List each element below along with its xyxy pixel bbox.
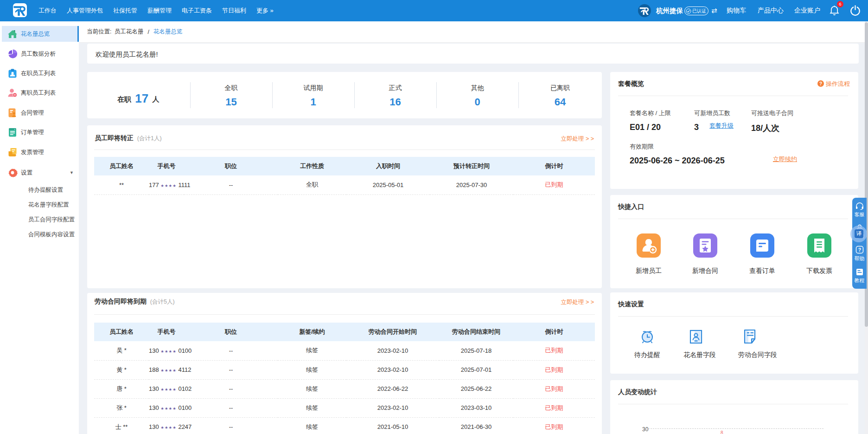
svg-text:?: ? bbox=[858, 247, 861, 253]
svg-text:?: ? bbox=[819, 81, 822, 86]
